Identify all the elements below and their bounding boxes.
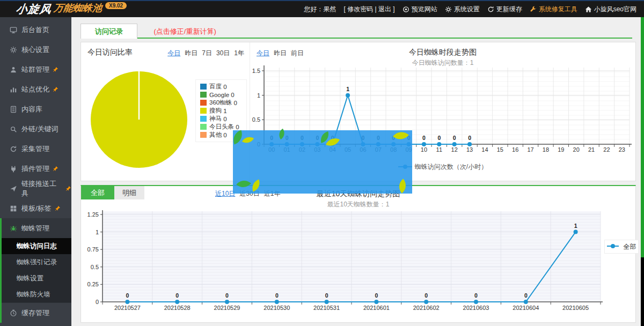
submenu-item-spider-force-pull[interactable]: 蜘蛛强引记录 — [2, 254, 71, 270]
sidebar-item-spider-management[interactable]: 蜘蛛管理 — [2, 218, 71, 238]
range-link-7d[interactable]: 7日 — [202, 49, 212, 58]
svg-text:0: 0 — [175, 292, 179, 299]
svg-text:22: 22 — [603, 146, 610, 153]
legend-swatch — [200, 100, 207, 106]
svg-text:20210604: 20210604 — [513, 305, 539, 311]
submenu-item-spider-access-log[interactable]: 蜘蛛访问日志 — [2, 238, 71, 254]
scrollbar-track[interactable] — [641, 17, 644, 326]
sidebar-item-templates-tags[interactable]: 模板/标签 — [0, 198, 71, 218]
svg-text:1: 1 — [96, 229, 99, 235]
pin-icon — [55, 205, 61, 211]
search-icon — [10, 125, 17, 133]
legend-swatch — [200, 92, 207, 98]
tab-bar: 访问记录 (点击修正/重新计算) — [80, 24, 632, 39]
send-icon — [10, 185, 17, 192]
sidebar-item-plugins[interactable]: 插件管理 — [0, 159, 71, 179]
daily-line-chart: 00.250.50.7511.2520210527202105282021052… — [81, 210, 635, 316]
range-link-30d[interactable]: 30日 — [216, 49, 230, 58]
home-icon — [585, 6, 592, 13]
sync-icon — [10, 145, 17, 153]
user-icon — [10, 66, 17, 73]
svg-text:20210527: 20210527 — [114, 305, 141, 311]
version-badge: X9.02 — [105, 2, 127, 9]
pin-icon — [53, 86, 58, 92]
official-site-link[interactable]: 小旋风seo官网 — [585, 5, 636, 14]
gear-icon — [445, 6, 452, 13]
sidebar-item-cache-management[interactable]: 缓存管理 — [2, 302, 71, 323]
user-greeting: 您好：果然 — [304, 5, 336, 14]
spider-section: 蜘蛛管理 蜘蛛访问日志 蜘蛛强引记录 蜘蛛设置 蜘蛛防火墙 缓存管理 — [0, 218, 71, 323]
svg-text:19: 19 — [558, 146, 564, 153]
refresh-cache-link[interactable]: 更新缓存 — [487, 5, 522, 14]
clock-icon — [10, 309, 17, 317]
legend-row: 搜狗 1 — [200, 107, 246, 115]
repair-tools-link[interactable]: 系统修复工具 — [530, 5, 577, 14]
account-links[interactable]: [ 修改密码 | 退出 ] — [344, 5, 395, 14]
gear-icon — [10, 46, 17, 54]
svg-text:1.25: 1.25 — [87, 211, 99, 218]
top-header: 小旋风 万能蜘蛛池 X9.02 您好：果然 [ 修改密码 | 退出 ] 预览网站… — [0, 0, 644, 17]
svg-text:20: 20 — [573, 146, 580, 153]
submenu-item-spider-settings[interactable]: 蜘蛛设置 — [2, 270, 71, 286]
svg-text:0.25: 0.25 — [87, 281, 99, 287]
svg-text:18: 18 — [543, 146, 549, 153]
pie-range-links: 今日 昨日 7日 30日 1年 — [167, 49, 244, 58]
svg-text:1: 1 — [346, 86, 349, 92]
svg-text:0: 0 — [468, 135, 471, 141]
sidebar: 后台首页 核心设置 站群管理 站点优化 内容库 外链/ — [0, 17, 71, 326]
daily-stats-card: 全部 明细 近10日 近30日 近1年 最近10天蜘蛛访问走势图 最近10天蜘蛛… — [80, 185, 636, 323]
svg-text:11: 11 — [436, 146, 442, 153]
range-link-yesterday[interactable]: 昨日 — [185, 49, 197, 58]
svg-text:20210601: 20210601 — [363, 305, 390, 311]
svg-text:20210530: 20210530 — [264, 305, 290, 311]
svg-text:0: 0 — [437, 135, 441, 141]
svg-text:16: 16 — [512, 146, 518, 153]
spider-pool-dashboard: 小旋风 万能蜘蛛池 X9.02 您好：果然 [ 修改密码 | 退出 ] 预览网站… — [0, 0, 644, 326]
svg-text:20210602: 20210602 — [413, 305, 440, 311]
range-link-1y[interactable]: 1年 — [234, 49, 244, 58]
wrench-icon — [530, 6, 537, 13]
svg-text:15: 15 — [497, 146, 503, 153]
sidebar-item-site-optimize[interactable]: 站点优化 — [0, 79, 71, 99]
pin-icon — [53, 66, 58, 72]
spider-pie-chart — [85, 68, 193, 173]
legend-row: Google 0 — [200, 91, 246, 99]
sidebar-item-core-settings[interactable]: 核心设置 — [0, 40, 71, 60]
sidebar-item-site-group[interactable]: 站群管理 — [0, 60, 71, 79]
preview-site-link[interactable]: 预览网站 — [402, 5, 437, 14]
svg-text:14: 14 — [481, 146, 488, 153]
line-marker-icon — [607, 243, 619, 250]
logo-primary: 小旋风 — [15, 2, 53, 17]
legend-row: 百度 0 — [200, 83, 246, 91]
sidebar-item-link-push[interactable]: 链接推送工具 — [0, 179, 71, 198]
sidebar-item-home[interactable]: 后台首页 — [0, 20, 71, 40]
svg-text:0: 0 — [96, 299, 99, 305]
sidebar-item-content-library[interactable]: 内容库 — [0, 99, 71, 119]
svg-text:0.5: 0.5 — [91, 264, 99, 270]
svg-text:0.5: 0.5 — [252, 116, 260, 123]
system-settings-link[interactable]: 系统设置 — [445, 5, 480, 14]
scrollbar-thumb[interactable] — [641, 17, 644, 257]
legend-row: 360蜘蛛 0 — [200, 99, 246, 107]
legend-swatch — [200, 132, 207, 138]
pin-icon — [65, 186, 71, 191]
promo-overlay[interactable] — [233, 130, 412, 194]
eye-icon — [402, 6, 409, 13]
refresh-icon — [487, 6, 494, 13]
pie-panel: 今日访问比率 今日 昨日 7日 30日 1年 百度 0 Google 0 360… — [81, 42, 250, 181]
svg-text:1.5: 1.5 — [252, 68, 260, 74]
svg-text:12: 12 — [451, 146, 458, 153]
plugin-icon — [10, 165, 17, 173]
tab-access-records[interactable]: 访问记录 — [80, 24, 137, 39]
sidebar-item-backlinks-keywords[interactable]: 外链/关键词 — [0, 119, 71, 139]
svg-text:20210603: 20210603 — [463, 305, 489, 311]
svg-text:0: 0 — [422, 135, 426, 141]
submenu-item-spider-firewall[interactable]: 蜘蛛防火墙 — [2, 286, 71, 302]
svg-text:0: 0 — [375, 292, 378, 299]
svg-text:20210605: 20210605 — [562, 305, 589, 311]
header-right: 您好：果然 [ 修改密码 | 退出 ] 预览网站 系统设置 更新缓存 系统修复工… — [304, 5, 644, 14]
sidebar-item-collection[interactable]: 采集管理 — [0, 139, 71, 159]
recalculate-link[interactable]: (点击修正/重新计算) — [153, 24, 216, 36]
range-link-today[interactable]: 今日 — [167, 49, 180, 58]
svg-text:20210528: 20210528 — [164, 305, 191, 311]
